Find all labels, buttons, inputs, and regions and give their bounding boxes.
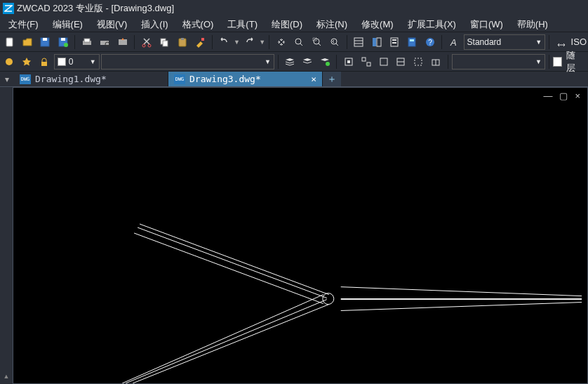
svg-rect-17 (201, 38, 204, 41)
block-button4[interactable] (393, 53, 409, 70)
workspace: ▲ — ▢ × (0, 87, 588, 384)
svg-rect-16 (181, 38, 184, 40)
menu-insert[interactable]: 插入(I) (134, 17, 175, 32)
tool-palettes-button[interactable] (386, 34, 402, 51)
plot-preview-button[interactable] (97, 34, 113, 51)
svg-rect-26 (377, 38, 381, 46)
redo-dropdown-icon[interactable]: ▼ (259, 39, 265, 46)
redo-button[interactable] (241, 34, 258, 51)
svg-rect-10 (119, 39, 127, 45)
svg-line-58 (341, 303, 582, 311)
pan-button[interactable] (273, 34, 289, 51)
close-tab-icon[interactable]: × (311, 74, 316, 84)
scroll-up-icon[interactable]: ▲ (4, 373, 10, 380)
open-button[interactable] (19, 34, 35, 51)
app-icon (3, 3, 14, 14)
undo-button[interactable] (216, 34, 232, 51)
zoom-window-button[interactable] (309, 34, 325, 51)
copy-button[interactable] (156, 34, 173, 51)
menu-edit[interactable]: 编辑(E) (46, 17, 90, 32)
layer-state-dropdown[interactable]: ▼ (101, 54, 274, 69)
svg-point-11 (142, 44, 145, 47)
title-bar: ZWCAD 2023 专业版 - [Drawing3.dwg] (0, 0, 588, 17)
block-button2[interactable] (358, 53, 374, 70)
text-style-icon[interactable]: A (446, 34, 462, 51)
layer-toggle2-button[interactable] (19, 53, 35, 70)
layer-toggle1-button[interactable] (1, 53, 18, 70)
layer-states-button[interactable] (317, 53, 333, 70)
svg-rect-39 (347, 60, 350, 63)
layer-dropdown[interactable]: 0 ▼ (54, 54, 100, 69)
layer-prev-button[interactable] (300, 53, 316, 70)
dwg-icon: DWG (20, 74, 31, 84)
menu-bar: 文件(F) 编辑(E) 视图(V) 插入(I) 格式(O) 工具(T) 绘图(D… (0, 17, 588, 32)
help-button[interactable]: ? (422, 34, 438, 51)
paste-button[interactable] (174, 34, 190, 51)
menu-dim[interactable]: 标注(N) (309, 17, 354, 32)
svg-line-53 (133, 305, 329, 383)
publish-button[interactable] (114, 34, 131, 51)
dropdown-arrow-icon: ▼ (535, 58, 542, 65)
svg-point-19 (314, 39, 319, 44)
menu-tools[interactable]: 工具(T) (220, 17, 265, 32)
color-swatch[interactable] (553, 57, 562, 67)
saveas-button[interactable] (55, 34, 71, 51)
bylayer-label: 随层 (563, 49, 587, 74)
menu-ext[interactable]: 扩展工具(X) (401, 17, 463, 32)
linetype-dropdown[interactable]: ▼ (452, 54, 545, 69)
block-button1[interactable] (340, 53, 356, 70)
layer-color-swatch (58, 58, 66, 66)
add-tab-button[interactable]: ＋ (323, 72, 341, 86)
file-tab-drawing3[interactable]: DWG Drawing3.dwg* × (168, 72, 323, 86)
menu-help[interactable]: 帮助(H) (510, 17, 555, 32)
menu-file[interactable]: 文件(F) (1, 17, 46, 32)
match-prop-button[interactable] (192, 34, 208, 51)
menu-view[interactable]: 视图(V) (90, 17, 134, 32)
dropdown-arrow-icon: ▼ (90, 58, 96, 65)
new-button[interactable] (1, 34, 18, 51)
block-button5[interactable] (410, 53, 427, 70)
svg-rect-7 (84, 39, 90, 42)
file-tab-bar: ▾ DWG Drawing1.dwg* DWG Drawing3.dwg* × … (0, 72, 588, 87)
block-button6[interactable] (428, 53, 444, 70)
plot-button[interactable] (79, 34, 95, 51)
svg-point-18 (295, 39, 301, 44)
file-tab-label: Drawing1.dwg* (35, 74, 107, 84)
layer-manager-button[interactable] (282, 53, 298, 70)
svg-rect-41 (367, 62, 370, 66)
text-style-dropdown[interactable]: Standard ▼ (464, 34, 546, 50)
svg-line-55 (341, 287, 582, 296)
svg-rect-8 (100, 41, 109, 45)
app-title: ZWCAD 2023 专业版 - [Drawing3.dwg] (17, 2, 174, 15)
file-tab-drawing1[interactable]: DWG Drawing1.dwg* (14, 72, 168, 86)
menu-window[interactable]: 窗口(W) (463, 17, 510, 32)
tab-scroll-icon[interactable]: ▾ (0, 72, 14, 86)
zoom-realtime-button[interactable] (291, 34, 307, 51)
design-center-button[interactable] (368, 34, 385, 51)
svg-point-54 (323, 293, 334, 305)
drawing-canvas[interactable]: — ▢ × (13, 87, 588, 384)
properties-button[interactable] (351, 34, 367, 51)
calc-button[interactable] (404, 34, 420, 51)
svg-rect-14 (163, 41, 168, 46)
menu-draw[interactable]: 绘图(D) (265, 17, 309, 32)
dim-style-icon[interactable] (553, 34, 569, 51)
cut-button[interactable] (138, 34, 154, 51)
svg-rect-28 (392, 39, 396, 41)
svg-point-35 (6, 58, 13, 65)
drawing-content (13, 88, 587, 383)
block-button3[interactable] (375, 53, 392, 70)
layer-value: 0 (69, 57, 74, 67)
zoom-prev-button[interactable] (326, 34, 342, 51)
undo-dropdown-icon[interactable]: ▼ (234, 39, 240, 46)
svg-rect-36 (41, 62, 47, 66)
menu-modify[interactable]: 修改(M) (354, 17, 401, 32)
iso-label: ISO (571, 37, 587, 47)
layer-lock-button[interactable] (36, 53, 53, 70)
toolbar-layers: 0 ▼ ▼ ▼ 随层 (0, 52, 588, 72)
save-button[interactable] (37, 34, 53, 51)
svg-rect-0 (6, 38, 13, 46)
svg-line-52 (126, 300, 327, 383)
svg-point-5 (64, 43, 68, 47)
menu-format[interactable]: 格式(O) (175, 17, 221, 32)
